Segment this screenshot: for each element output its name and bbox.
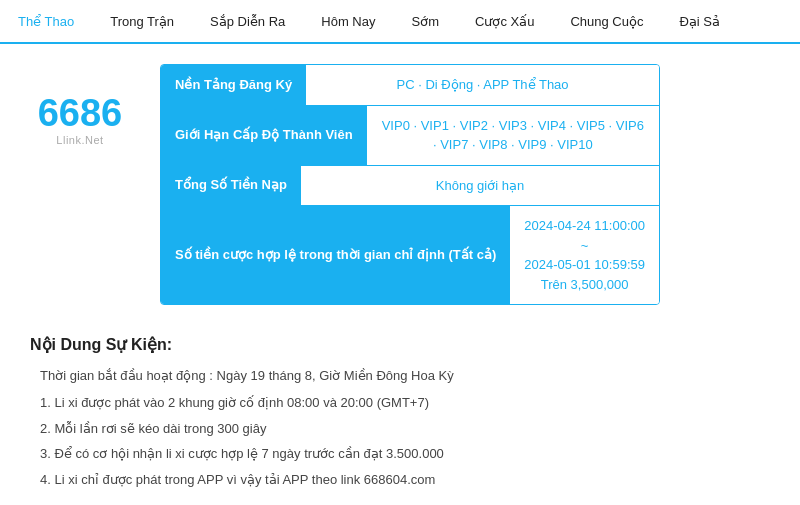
nav-item-som[interactable]: Sớm xyxy=(394,0,458,43)
content-section: Nội Dung Sự Kiện: Thời gian bắt đầu hoạt… xyxy=(0,325,800,505)
main-nav: Thể ThaoTrong TrậnSắp Diễn RaHôm NaySớmC… xyxy=(0,0,800,44)
rule-item-3: 4. Li xi chỉ được phát trong APP vì vậy … xyxy=(40,468,770,491)
info-value-3: 2024-04-24 11:00:00 ~2024-05-01 10:59:59… xyxy=(510,206,659,304)
nav-item-the-thao[interactable]: Thể Thao xyxy=(0,0,92,43)
info-row-1: Giới Hạn Cấp Độ Thành ViênVIP0 · VIP1 · … xyxy=(161,106,659,166)
nav-item-chung-cuoc[interactable]: Chung Cuộc xyxy=(552,0,661,43)
logo-area: 6686 Llink.Net xyxy=(30,64,130,305)
info-label-1: Giới Hạn Cấp Độ Thành Viên xyxy=(161,106,367,165)
info-label-0: Nền Tảng Đăng Ký xyxy=(161,65,306,105)
info-value-1: VIP0 · VIP1 · VIP2 · VIP3 · VIP4 · VIP5 … xyxy=(367,106,659,165)
main-area: 6686 Llink.Net Nền Tảng Đăng KýPC · Di Đ… xyxy=(0,44,800,325)
info-table: Nền Tảng Đăng KýPC · Di Động · APP Thể T… xyxy=(160,64,660,305)
nav-item-trong-tran[interactable]: Trong Trận xyxy=(92,0,192,43)
info-row-0: Nền Tảng Đăng KýPC · Di Động · APP Thể T… xyxy=(161,65,659,106)
nav-item-dai-sa[interactable]: Đại Sả xyxy=(661,0,738,43)
info-value-0: PC · Di Động · APP Thể Thao xyxy=(306,65,659,105)
info-label-2: Tổng Số Tiền Nạp xyxy=(161,166,301,206)
rule-item-2: 3. Để có cơ hội nhận li xi cược hợp lệ 7… xyxy=(40,442,770,465)
logo-number: 6686 xyxy=(38,94,123,132)
info-value-2: Không giới hạn xyxy=(301,166,659,206)
rule-item-0: 1. Li xi được phát vào 2 khung giờ cố đị… xyxy=(40,391,770,414)
start-time: Thời gian bắt đầu hoạt động : Ngày 19 th… xyxy=(40,364,770,387)
nav-item-hom-nay[interactable]: Hôm Nay xyxy=(303,0,393,43)
info-row-3: Số tiền cược hợp lệ trong thời gian chỉ … xyxy=(161,206,659,304)
section-title: Nội Dung Sự Kiện: xyxy=(30,335,770,354)
nav-item-cuoc-xau[interactable]: Cược Xấu xyxy=(457,0,552,43)
logo-sub: Llink.Net xyxy=(56,134,103,146)
section-body: Thời gian bắt đầu hoạt động : Ngày 19 th… xyxy=(30,364,770,491)
nav-item-sap-dien-ra[interactable]: Sắp Diễn Ra xyxy=(192,0,303,43)
rule-item-1: 2. Mỗi lần rơi sẽ kéo dài trong 300 giây xyxy=(40,417,770,440)
info-row-2: Tổng Số Tiền NạpKhông giới hạn xyxy=(161,166,659,207)
info-label-3: Số tiền cược hợp lệ trong thời gian chỉ … xyxy=(161,206,510,304)
